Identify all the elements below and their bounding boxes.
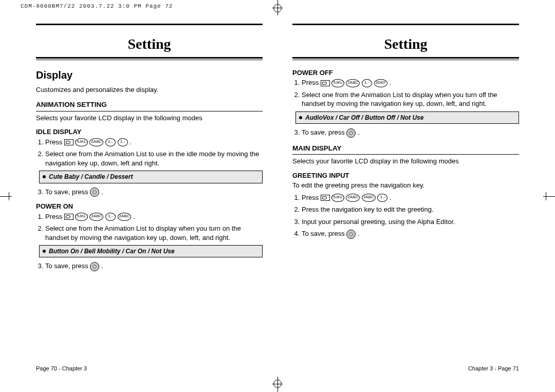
crop-mark-left bbox=[0, 186, 18, 207]
heading-power-off: POWER OFF bbox=[292, 68, 519, 78]
bullet-icon bbox=[43, 250, 46, 253]
main-display-text: Selects your favorite LCD display in the… bbox=[292, 157, 519, 166]
registration-mark-bottom bbox=[267, 371, 288, 392]
power-on-steps-cont: To save, press . bbox=[36, 262, 263, 271]
bullet-icon bbox=[43, 175, 46, 178]
ok-icon bbox=[90, 188, 99, 197]
poweron-options: Button On / Bell Mobility / Car On / Not… bbox=[49, 247, 175, 255]
poweroff-options: AudioVox / Car Off / Button Off / Not Us… bbox=[305, 114, 423, 122]
chapter-title-right: Setting bbox=[292, 34, 519, 54]
key-2: 2ABC bbox=[89, 213, 103, 221]
press-label: Press bbox=[45, 138, 62, 146]
save-label: To save, press bbox=[302, 230, 345, 237]
crop-mark-right bbox=[537, 186, 555, 207]
idle-step3: To save, press . bbox=[45, 188, 263, 197]
key-5: 5JKL bbox=[331, 79, 344, 87]
key-5: 5JKL bbox=[75, 138, 87, 146]
ok-icon bbox=[346, 230, 356, 239]
key-1: 1.- bbox=[362, 79, 372, 87]
idle-display-steps: Press 5JKL 2ABC 1.- 1.- . Select one fro… bbox=[36, 138, 263, 168]
key-1: 1.- bbox=[105, 213, 116, 221]
power-on-steps: Press 5JKL 2ABC 1.- 2ABC . Select one fr… bbox=[36, 212, 263, 242]
greeting-step3: Input your personal greeting, using the … bbox=[302, 217, 519, 227]
poweron-step1: Press 5JKL 2ABC 1.- 2ABC . bbox=[45, 212, 263, 221]
key-2: 2ABC bbox=[89, 138, 103, 146]
ok-icon bbox=[346, 128, 356, 138]
section-display: Display bbox=[36, 68, 263, 82]
print-header: CDM-8600BM7/22 2003.7.22 3:0 PM Page 72 bbox=[21, 3, 173, 9]
page-footer-right: Chapter 3 - Page 71 bbox=[468, 365, 519, 372]
key-5: 5JKL bbox=[331, 194, 344, 202]
menu-icon bbox=[321, 80, 330, 86]
idle-step2: Select one from the Animation List to us… bbox=[45, 150, 263, 167]
greeting-steps: Press 5JKL 2ABC 2ABC 1.- . Press the nav… bbox=[292, 193, 519, 239]
greeting-step1: Press 5JKL 2ABC 2ABC 1.- . bbox=[302, 193, 519, 202]
press-label: Press bbox=[302, 79, 319, 86]
heading-idle-display: IDLE DISPLAY bbox=[36, 127, 263, 137]
bullet-icon bbox=[299, 116, 302, 119]
key-1: 1.- bbox=[118, 138, 128, 146]
greeting-intro: To edit the greeting press the navigatio… bbox=[292, 181, 519, 190]
key-1: 1.- bbox=[105, 138, 116, 146]
key-5: 5JKL bbox=[75, 213, 87, 221]
page-footer-left: Page 70 - Chapter 3 bbox=[36, 365, 87, 372]
key-3: 3DEF bbox=[374, 79, 387, 87]
poweroff-options-box: AudioVox / Car Off / Button Off / Not Us… bbox=[295, 111, 519, 124]
chapter-title-left: Setting bbox=[36, 34, 263, 54]
idle-options-box: Cute Baby / Candle / Dessert bbox=[39, 171, 263, 183]
press-label: Press bbox=[45, 213, 62, 220]
save-label: To save, press bbox=[45, 188, 88, 196]
poweron-step2: Select one from the Animation List to di… bbox=[45, 224, 263, 242]
save-label: To save, press bbox=[45, 262, 88, 270]
poweron-step3: To save, press . bbox=[45, 262, 263, 271]
display-intro: Customizes and personalizes the display. bbox=[36, 85, 263, 95]
idle-options: Cute Baby / Candle / Dessert bbox=[49, 173, 133, 181]
poweron-options-box: Button On / Bell Mobility / Car On / Not… bbox=[39, 245, 263, 257]
power-off-steps: Press 5JKL 2ABC 1.- 3DEF . Select one fr… bbox=[292, 78, 519, 108]
key-2: 2ABC bbox=[118, 213, 132, 221]
animation-setting-text: Selects your favorite LCD display in the… bbox=[36, 114, 263, 123]
registration-mark-top bbox=[267, 0, 288, 21]
page-left: Setting Display Customizes and personali… bbox=[36, 24, 263, 346]
key-1: 1.- bbox=[377, 194, 387, 202]
key-2: 2ABC bbox=[362, 194, 376, 202]
menu-icon bbox=[64, 139, 73, 145]
save-label: To save, press bbox=[302, 128, 345, 136]
idle-display-steps-cont: To save, press . bbox=[36, 188, 263, 197]
poweroff-step3: To save, press . bbox=[302, 128, 519, 138]
idle-step1: Press 5JKL 2ABC 1.- 1.- . bbox=[45, 138, 263, 147]
poweroff-step2: Select one from the Animation List to di… bbox=[302, 90, 519, 108]
greeting-step2: Press the navigation key to edit the gre… bbox=[302, 205, 519, 214]
greeting-step4: To save, press . bbox=[302, 229, 519, 239]
press-label: Press bbox=[302, 194, 319, 201]
heading-animation-setting: ANIMATION SETTING bbox=[36, 100, 263, 111]
poweroff-step1: Press 5JKL 2ABC 1.- 3DEF . bbox=[302, 78, 519, 87]
power-off-steps-cont: To save, press . bbox=[292, 128, 519, 138]
menu-icon bbox=[321, 195, 330, 201]
key-2: 2ABC bbox=[346, 79, 360, 87]
heading-greeting-input: GREETING INPUT bbox=[292, 171, 519, 180]
heading-power-on: POWER ON bbox=[36, 202, 263, 211]
heading-main-display: MAIN DISPLAY bbox=[292, 144, 519, 155]
menu-icon bbox=[64, 214, 73, 220]
key-2: 2ABC bbox=[346, 194, 360, 202]
page-right: Setting POWER OFF Press 5JKL 2ABC 1.- 3D… bbox=[292, 24, 519, 346]
ok-icon bbox=[90, 262, 99, 271]
